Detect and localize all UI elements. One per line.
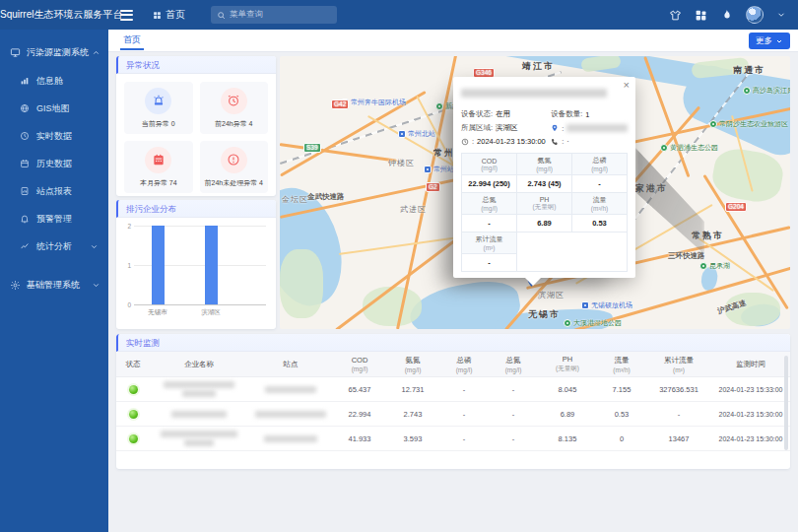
redacted-address — [566, 124, 628, 132]
map-label-无锡硕放机场: 无锡硕放机场 — [581, 300, 632, 310]
redacted-site-name — [248, 386, 333, 393]
map-label-大溪港湿地公园: 大溪港湿地公园 — [564, 318, 622, 328]
redacted-company-name — [461, 89, 607, 98]
more-button[interactable]: 更多 — [749, 33, 790, 49]
map-label-金坛区: 金坛区 — [282, 194, 308, 205]
park-marker-icon — [709, 120, 717, 128]
menu-toggle-icon[interactable] — [120, 10, 133, 21]
avatar[interactable] — [746, 6, 764, 24]
chevron-down-icon — [775, 37, 783, 45]
redacted-enterprise-name — [150, 431, 248, 446]
search-icon — [217, 11, 226, 20]
menu-search-input[interactable]: 菜单查询 — [211, 6, 337, 24]
column-header-PH: PH(无量纲) — [538, 352, 597, 376]
abnormal-card-label: 本月异常 74 — [140, 178, 177, 188]
device-status-value: 在用 — [496, 109, 510, 119]
bar-chart: 012无锡市滨湖区 — [116, 218, 276, 328]
sidebar-item-实时数据[interactable]: 实时数据 — [0, 122, 108, 150]
abnormal-status-panel: 异常状况 当前异常 0前24h异常 4本月异常 74前24h未处理异常 4 — [116, 56, 276, 196]
cell-value: - — [439, 410, 489, 419]
header-actions — [669, 6, 798, 24]
abnormal-card-label: 前24h异常 4 — [215, 119, 253, 129]
table-row[interactable]: 41.9333.593--8.1350134672024-01-23 15:30… — [116, 427, 790, 451]
table-scrollbar[interactable] — [784, 356, 788, 450]
cell-value: 12.731 — [386, 385, 439, 394]
cell-value: 2024-01-23 15:33:00 — [711, 386, 790, 393]
column-header-COD: COD(mg/l) — [333, 352, 386, 376]
siren-icon — [145, 88, 171, 114]
popup-phone: · — [566, 137, 569, 146]
monitor-panel-title: 实时监测 — [116, 334, 790, 352]
sidebar-section-0[interactable]: 污染源监测系统 — [0, 37, 108, 67]
map-label-昆承湖: 昆承湖 — [699, 261, 730, 271]
sidebar-item-信息舱[interactable]: 信息舱 — [0, 67, 108, 95]
redacted-site-name — [248, 435, 333, 442]
map-popup: × 设备状态:在用 设备数量:1 所属区域:滨湖区 : :2024-01-23 … — [453, 77, 635, 278]
transit-marker-icon — [424, 166, 432, 173]
clock-icon — [461, 138, 469, 146]
sidebar-item-GIS地图[interactable]: GIS地图 — [0, 95, 108, 122]
table-row[interactable]: 22.9942.743--6.890.53-2024-01-23 15:30:0… — [116, 402, 790, 427]
flame-icon[interactable] — [720, 9, 733, 22]
column-header-企业名称: 企业名称 — [150, 352, 248, 376]
layout-icon[interactable] — [695, 9, 707, 22]
breadcrumb-home-label: 首页 — [166, 8, 185, 22]
column-header-累计流量: 累计流量(m³) — [646, 352, 711, 376]
map-label-无锡市: 无锡市 — [528, 308, 561, 321]
cell-value: 8.135 — [538, 434, 597, 443]
table-row[interactable]: 65.43712.731--8.0457.155327636.5312024-0… — [116, 377, 790, 402]
redacted-enterprise-name — [150, 381, 248, 397]
map-label-常州奔牛国际机场: 常州奔牛国际机场 — [341, 98, 406, 107]
alert-manage-icon — [20, 214, 30, 224]
map-label-常阴沙生态农业旅游区: 常阴沙生态农业旅游区 — [709, 119, 788, 129]
app-logo: Squirrel生态环境云服务平台 — [0, 8, 108, 22]
cell-value: 0.53 — [597, 410, 646, 419]
column-header-总磷: 总磷(mg/l) — [439, 352, 489, 376]
x-axis-label: 滨湖区 — [201, 308, 221, 317]
x-axis-label: 无锡市 — [148, 308, 167, 317]
sidebar-item-历史数据[interactable]: 历史数据 — [0, 150, 108, 177]
chevron-down-icon — [90, 242, 99, 251]
cell-value: - — [646, 410, 711, 419]
breadcrumb[interactable]: 首页 — [153, 8, 185, 22]
redacted-site-name — [248, 411, 333, 418]
close-icon[interactable]: × — [624, 79, 630, 91]
phone-icon — [551, 138, 559, 146]
sidebar-item-统计分析[interactable]: 统计分析 — [0, 233, 108, 260]
sidebar-section-1[interactable]: 基础管理系统 — [0, 270, 108, 299]
region-value: 滨湖区 — [496, 123, 518, 133]
abnormal-card-1: 前24h异常 4 — [200, 82, 269, 134]
abnormal-cards: 当前异常 0前24h异常 4本月异常 74前24h未处理异常 4 — [116, 74, 276, 201]
redacted-enterprise-name — [150, 411, 248, 418]
column-header-氨氮: 氨氮(mg/l) — [386, 352, 439, 376]
realtime-monitor-panel: 实时监测 状态企业名称站点COD(mg/l)氨氮(mg/l)总磷(mg/l)总氮… — [116, 334, 790, 469]
tab-bar: 首页 更多 — [108, 30, 798, 52]
status-indicator — [129, 434, 138, 443]
cell-value: 2024-01-23 15:30:00 — [711, 411, 790, 418]
chevron-down-icon[interactable] — [776, 10, 786, 20]
tab-home[interactable]: 首页 — [120, 30, 144, 50]
abnormal-card-label: 前24h未处理异常 4 — [204, 178, 263, 188]
park-marker-icon — [660, 144, 668, 152]
theme-shirt-icon[interactable] — [669, 9, 682, 22]
map-label-金武快速路: 金武快速路 — [307, 192, 345, 202]
map-canvas[interactable]: 靖江市南通市常州市无锡市常熟市张家港市钟楼区武进区金坛区滨湖区常州奔牛国际机场常… — [280, 56, 790, 329]
status-indicator — [129, 385, 138, 394]
cell-value: 7.155 — [597, 385, 646, 394]
cell-value: 65.437 — [333, 385, 386, 394]
bar-无锡市 — [152, 226, 165, 304]
popup-metrics-table: COD(mg/l)氨氮(mg/l)总磷(mg/l)22.994 (250)2.7… — [461, 153, 628, 272]
y-axis-tick: 2 — [127, 223, 131, 230]
monitor-table-header: 状态企业名称站点COD(mg/l)氨氮(mg/l)总磷(mg/l)总氮(mg/l… — [116, 352, 790, 377]
cell-value: - — [439, 385, 489, 394]
sidebar-item-预警管理[interactable]: 预警管理 — [0, 205, 108, 233]
bar-滨湖区 — [205, 226, 218, 304]
device-status-label: 设备状态: — [461, 109, 493, 119]
cell-value: - — [489, 434, 538, 443]
cell-value: 41.933 — [333, 434, 386, 443]
cell-value: 0 — [597, 434, 646, 443]
info-dashboard-icon — [20, 76, 30, 86]
map-label-G42: G42 — [331, 100, 349, 109]
sidebar-item-站点报表[interactable]: 站点报表 — [0, 177, 108, 205]
calendar-icon — [145, 147, 171, 173]
